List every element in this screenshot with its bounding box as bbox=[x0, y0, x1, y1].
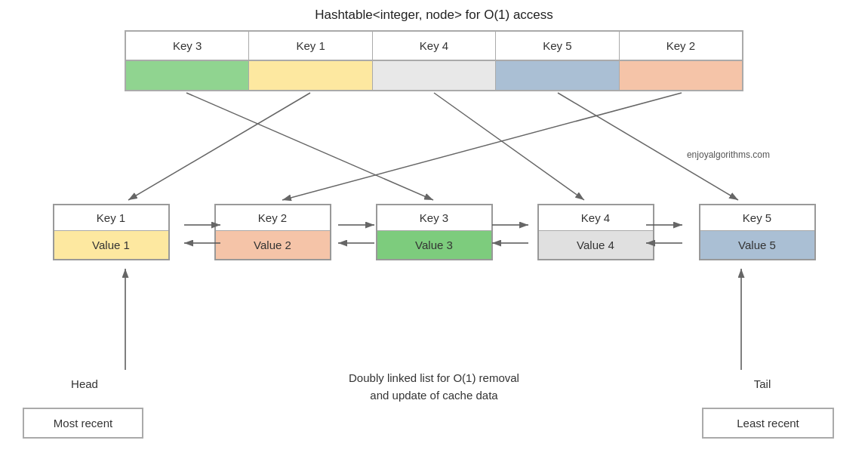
ht-color-4 bbox=[620, 61, 742, 90]
head-label: Head bbox=[47, 377, 122, 390]
watermark: enjoyalgorithms.com bbox=[687, 149, 770, 160]
ht-key-3: Key 5 bbox=[496, 32, 619, 60]
ht-arrow-key4 bbox=[434, 93, 584, 200]
ht-key-4: Key 2 bbox=[620, 32, 742, 60]
node-3-value: Value 4 bbox=[539, 231, 653, 259]
watermark-brand: enjoyalgorithms bbox=[687, 149, 750, 160]
ht-arrow-key5 bbox=[558, 93, 738, 200]
node-0: Key 1 Value 1 bbox=[53, 204, 170, 260]
node-1-key: Key 2 bbox=[216, 205, 330, 231]
node-4-value: Value 5 bbox=[700, 231, 814, 259]
node-2-key: Key 3 bbox=[377, 205, 491, 231]
most-recent-box: Most recent bbox=[23, 408, 143, 439]
ht-key-0: Key 3 bbox=[126, 32, 249, 60]
hashtable: Key 3 Key 1 Key 4 Key 5 Key 2 bbox=[125, 30, 743, 91]
ht-color-2 bbox=[373, 61, 496, 90]
hashtable-keys-row: Key 3 Key 1 Key 4 Key 5 Key 2 bbox=[125, 30, 743, 61]
center-label-line1: Doubly linked list for O(1) removal bbox=[257, 370, 611, 387]
center-label-line2: and update of cache data bbox=[257, 387, 611, 405]
node-1: Key 2 Value 2 bbox=[214, 204, 331, 260]
node-4-key: Key 5 bbox=[700, 205, 814, 231]
node-1-value: Value 2 bbox=[216, 231, 330, 259]
node-0-value: Value 1 bbox=[54, 231, 168, 259]
node-2-value: Value 3 bbox=[377, 231, 491, 259]
least-recent-box: Least recent bbox=[702, 408, 834, 439]
ht-arrow-key3 bbox=[186, 93, 433, 200]
hashtable-colors-row bbox=[125, 61, 743, 91]
ht-color-3 bbox=[496, 61, 619, 90]
tail-label: Tail bbox=[725, 377, 800, 390]
ht-key-2: Key 4 bbox=[373, 32, 496, 60]
nodes-row: Key 1 Value 1 Key 2 Value 2 Key 3 Value … bbox=[30, 204, 838, 260]
ht-key-1: Key 1 bbox=[249, 32, 372, 60]
page-title: Hashtable<integer, node> for O(1) access bbox=[0, 0, 868, 23]
node-3-key: Key 4 bbox=[539, 205, 653, 231]
center-label: Doubly linked list for O(1) removal and … bbox=[257, 370, 611, 404]
ht-arrow-key1 bbox=[128, 93, 310, 200]
node-0-key: Key 1 bbox=[54, 205, 168, 231]
watermark-domain: .com bbox=[750, 149, 770, 160]
node-3: Key 4 Value 4 bbox=[537, 204, 654, 260]
ht-color-1 bbox=[249, 61, 372, 90]
node-2: Key 3 Value 3 bbox=[376, 204, 493, 260]
ht-arrow-key2 bbox=[282, 93, 682, 200]
node-4: Key 5 Value 5 bbox=[699, 204, 816, 260]
ht-color-0 bbox=[126, 61, 249, 90]
